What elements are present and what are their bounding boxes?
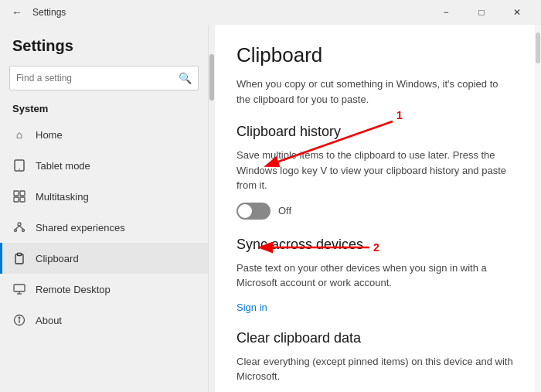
sidebar-item-about[interactable]: About — [0, 305, 208, 336]
sidebar-item-clipboard[interactable]: Clipboard — [0, 243, 208, 274]
sidebar-item-label-home: Home — [36, 129, 63, 141]
close-icon: ✕ — [513, 7, 521, 18]
sidebar-item-label-clipboard: Clipboard — [36, 253, 79, 264]
sidebar-item-label-multitasking: Multitasking — [36, 191, 89, 203]
sidebar-nav: ⌂ Home Tablet mode — [0, 119, 208, 392]
main-container: Settings 🔍 System ⌂ Home Tablet mode — [0, 25, 541, 392]
sign-in-link[interactable]: Sign in — [236, 302, 267, 313]
svg-rect-4 — [14, 197, 19, 202]
minimize-button[interactable]: − — [428, 0, 464, 25]
page-title: Clipboard — [236, 43, 513, 67]
sidebar-item-label-tablet: Tablet mode — [36, 160, 90, 172]
svg-line-10 — [19, 226, 23, 230]
sidebar-item-shared-experiences[interactable]: Shared experiences — [0, 212, 208, 243]
section-desc-clipboard-history: Save multiple items to the clipboard to … — [236, 148, 513, 193]
tablet-icon — [12, 159, 26, 172]
section-desc-sync: Paste text on your other devices when yo… — [236, 261, 513, 291]
home-icon: ⌂ — [12, 128, 26, 141]
svg-rect-3 — [20, 191, 25, 196]
svg-point-7 — [15, 230, 17, 232]
svg-rect-2 — [14, 191, 19, 196]
clipboard-history-toggle[interactable] — [236, 203, 270, 220]
search-icon[interactable]: 🔍 — [179, 72, 192, 84]
svg-line-9 — [15, 226, 19, 230]
clipboard-icon — [12, 251, 26, 265]
section-title-clipboard-history: Clipboard history — [236, 124, 513, 140]
svg-rect-5 — [20, 197, 25, 202]
sidebar-item-tablet-mode[interactable]: Tablet mode — [0, 150, 208, 181]
content-area: 1 2 Clipboard When you copy or cut somet… — [215, 25, 535, 392]
sidebar-item-home[interactable]: ⌂ Home — [0, 119, 208, 150]
svg-point-1 — [19, 169, 20, 170]
content-scrollbar-thumb — [536, 32, 540, 63]
toggle-knob — [238, 204, 252, 218]
sidebar-item-remote-desktop[interactable]: Remote Desktop — [0, 274, 208, 305]
sidebar-item-label-remote: Remote Desktop — [36, 284, 111, 295]
back-icon: ← — [12, 6, 22, 19]
sidebar-item-label-about: About — [36, 315, 62, 326]
window-controls: − □ ✕ — [428, 0, 535, 25]
sidebar: Settings 🔍 System ⌂ Home Tablet mode — [0, 25, 209, 392]
sidebar-header: Settings — [0, 25, 208, 61]
svg-point-8 — [22, 230, 25, 232]
search-input[interactable] — [16, 73, 179, 84]
maximize-icon: □ — [478, 7, 484, 18]
svg-rect-12 — [18, 254, 22, 256]
svg-point-18 — [19, 317, 20, 319]
shared-icon — [12, 220, 26, 234]
back-button[interactable]: ← — [6, 2, 28, 23]
content-scrollbar[interactable] — [535, 25, 541, 392]
maximize-button[interactable]: □ — [464, 0, 499, 25]
toggle-label: Off — [278, 205, 291, 216]
minimize-icon: − — [443, 7, 448, 18]
clipboard-history-toggle-row: Off — [236, 203, 513, 220]
remote-desktop-icon — [12, 282, 26, 296]
section-title-clear: Clear clipboard data — [236, 330, 513, 346]
titlebar: ← Settings − □ ✕ — [0, 0, 541, 25]
section-desc-clear: Clear everything (except pinned items) o… — [236, 354, 513, 384]
svg-rect-13 — [14, 285, 25, 291]
sidebar-scrollbar-thumb — [209, 54, 214, 101]
page-description: When you copy or cut something in Window… — [236, 77, 513, 107]
sidebar-scrollbar[interactable] — [209, 25, 215, 392]
section-title-sync: Sync across devices — [236, 237, 513, 253]
about-icon — [12, 313, 26, 327]
sidebar-section-label: System — [0, 98, 208, 119]
svg-text:1: 1 — [396, 109, 403, 121]
svg-point-6 — [18, 223, 21, 226]
sidebar-item-multitasking[interactable]: Multitasking — [0, 181, 208, 212]
multitasking-icon — [12, 189, 26, 203]
search-box[interactable]: 🔍 — [9, 66, 199, 90]
close-button[interactable]: ✕ — [499, 0, 535, 25]
sidebar-item-label-shared: Shared experiences — [36, 222, 125, 233]
window-title: Settings — [32, 7, 428, 18]
